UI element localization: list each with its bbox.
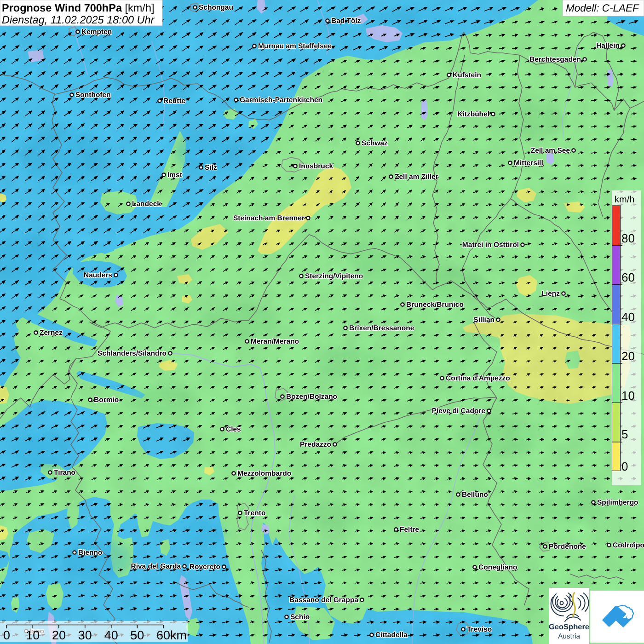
svg-text:Spilimbergo: Spilimbergo xyxy=(597,499,638,506)
svg-text:Sterzing/Vipiteno: Sterzing/Vipiteno xyxy=(305,272,363,280)
svg-text:Murnau am Staffelsee: Murnau am Staffelsee xyxy=(258,42,332,50)
svg-text:30: 30 xyxy=(78,628,92,642)
svg-text:Garmisch-Partenkirchen: Garmisch-Partenkirchen xyxy=(240,96,322,104)
svg-text:Hallein: Hallein xyxy=(596,42,620,50)
svg-text:Tirano: Tirano xyxy=(54,469,75,477)
svg-text:0: 0 xyxy=(3,628,10,642)
svg-text:Bruneck/Brunico: Bruneck/Brunico xyxy=(406,301,464,309)
svg-text:Feltre: Feltre xyxy=(400,526,420,534)
svg-text:Silz: Silz xyxy=(205,164,217,172)
svg-text:Berchtesgaden: Berchtesgaden xyxy=(529,56,581,63)
svg-text:20: 20 xyxy=(52,628,66,642)
svg-text:Schlanders/Silandro: Schlanders/Silandro xyxy=(98,350,167,357)
svg-text:km/h: km/h xyxy=(615,195,634,205)
svg-text:Belluno: Belluno xyxy=(462,491,488,499)
svg-text:Bassano del Grappa: Bassano del Grappa xyxy=(289,596,358,604)
svg-text:Kufstein: Kufstein xyxy=(453,71,481,79)
svg-text:Kitzbühel: Kitzbühel xyxy=(457,110,489,118)
svg-text:60: 60 xyxy=(156,628,170,642)
svg-text:Codroipo: Codroipo xyxy=(613,541,644,549)
svg-text:Landeck: Landeck xyxy=(132,200,161,208)
svg-text:Lienz: Lienz xyxy=(541,290,560,298)
svg-text:Zell am See: Zell am See xyxy=(531,147,570,155)
svg-text:km: km xyxy=(170,628,187,642)
svg-text:20: 20 xyxy=(621,349,635,363)
svg-text:Reutte: Reutte xyxy=(163,97,186,105)
svg-text:Bienno: Bienno xyxy=(78,549,103,557)
svg-text:Prognose Wind 700hPa [km/h]: Prognose Wind 700hPa [km/h] xyxy=(2,2,154,14)
svg-text:Trento: Trento xyxy=(244,509,265,517)
svg-text:Zernez: Zernez xyxy=(40,329,63,337)
svg-text:Mittersill: Mittersill xyxy=(514,159,543,167)
svg-text:Schio: Schio xyxy=(290,613,310,621)
svg-text:Austria: Austria xyxy=(558,632,581,640)
svg-text:Nauders: Nauders xyxy=(84,271,112,279)
svg-text:GeoSphere: GeoSphere xyxy=(549,623,589,631)
svg-text:Pordenone: Pordenone xyxy=(549,543,586,551)
svg-text:Predazzo: Predazzo xyxy=(300,441,331,448)
svg-text:Rovereto: Rovereto xyxy=(190,563,220,571)
svg-text:Schongau: Schongau xyxy=(199,4,233,12)
svg-text:10: 10 xyxy=(26,628,40,642)
svg-text:Conegliano: Conegliano xyxy=(478,564,517,571)
svg-text:Dienstag, 11.02.2025 18:00 Uhr: Dienstag, 11.02.2025 18:00 Uhr xyxy=(2,14,155,26)
svg-text:Modell: C-LAEF: Modell: C-LAEF xyxy=(566,2,639,14)
svg-text:10: 10 xyxy=(621,389,635,402)
svg-text:Cles: Cles xyxy=(226,426,241,433)
svg-text:Sonthofen: Sonthofen xyxy=(75,91,111,99)
svg-text:Bormio: Bormio xyxy=(94,396,119,404)
svg-text:Zell am Ziller: Zell am Ziller xyxy=(395,173,438,181)
svg-text:Cortina d'Ampezzo: Cortina d'Ampezzo xyxy=(446,374,510,382)
svg-text:Schwaz: Schwaz xyxy=(362,139,388,147)
svg-text:Innsbruck: Innsbruck xyxy=(299,162,333,170)
svg-text:Bad Tölz: Bad Tölz xyxy=(331,17,361,25)
svg-text:Kempten: Kempten xyxy=(81,28,112,36)
svg-text:Treviso: Treviso xyxy=(467,626,492,633)
svg-text:Meran/Merano: Meran/Merano xyxy=(251,338,299,345)
svg-text:Riva del Garda: Riva del Garda xyxy=(131,563,181,570)
svg-text:Matrei in Osttirol: Matrei in Osttirol xyxy=(462,241,519,249)
svg-text:80: 80 xyxy=(621,231,635,245)
svg-text:60: 60 xyxy=(621,270,635,284)
svg-text:5: 5 xyxy=(621,427,628,441)
svg-text:Pieve di Cadore: Pieve di Cadore xyxy=(432,407,486,415)
svg-text:40: 40 xyxy=(621,310,635,324)
svg-text:Bozen/Bolzano: Bozen/Bolzano xyxy=(286,393,337,401)
svg-text:40: 40 xyxy=(104,628,118,642)
svg-text:Steinach am Brenner: Steinach am Brenner xyxy=(233,214,305,222)
svg-text:Brixen/Bressanone: Brixen/Bressanone xyxy=(349,324,414,332)
svg-text:Imst: Imst xyxy=(167,171,182,179)
svg-text:Cittadella: Cittadella xyxy=(375,631,408,639)
svg-text:50: 50 xyxy=(130,628,144,642)
svg-text:Sillian: Sillian xyxy=(473,316,494,324)
svg-text:0: 0 xyxy=(621,460,628,473)
svg-text:Mezzolombardo: Mezzolombardo xyxy=(237,470,291,477)
